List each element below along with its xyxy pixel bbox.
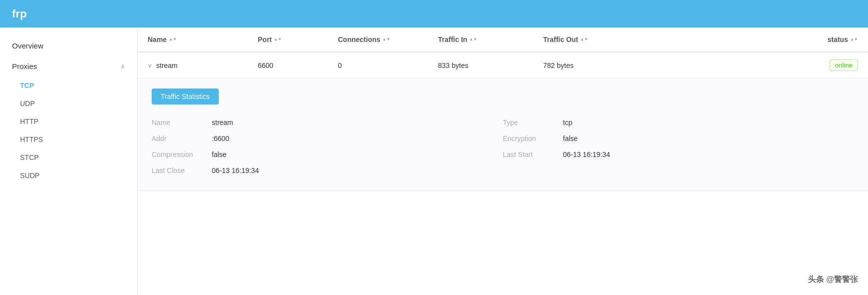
sidebar-item-http[interactable]: HTTP <box>0 112 137 130</box>
row-port-value: 6600 <box>258 62 273 70</box>
detail-row-encryption: Encryption false <box>503 130 854 146</box>
row-traffic-in-value: 833 bytes <box>438 62 469 70</box>
col-header-connections[interactable]: Connections ▲▼ <box>338 36 438 44</box>
row-traffic-in-cell: 833 bytes <box>438 62 543 70</box>
detail-value-last-close: 06-13 16:19:34 <box>212 166 259 174</box>
detail-row-last-start: Last Start 06-13 16:19:34 <box>503 146 854 162</box>
status-badge: online <box>829 60 858 71</box>
detail-panel: Traffic Statistics Name stream Addr :660… <box>138 78 868 191</box>
traffic-statistics-button[interactable]: Traffic Statistics <box>152 88 219 104</box>
row-traffic-out-value: 782 bytes <box>543 62 574 70</box>
sidebar-item-https[interactable]: HTTPS <box>0 130 137 148</box>
col-header-traffic-out[interactable]: Traffic Out ▲▼ <box>543 36 648 44</box>
sidebar: Overview Proxies ∧ TCP UDP HTTP HTTPS ST… <box>0 28 138 295</box>
sidebar-proxies-label: Proxies <box>12 62 37 70</box>
expand-icon[interactable]: ∨ <box>148 62 152 69</box>
detail-value-type: tcp <box>563 118 573 126</box>
col-header-status[interactable]: status ▲▼ <box>648 36 858 44</box>
row-status-cell: online <box>648 60 858 71</box>
detail-row-compression: Compression false <box>152 146 503 162</box>
detail-label-addr: Addr <box>152 134 212 142</box>
table-row: ∨ stream 6600 0 833 bytes 782 bytes onli… <box>138 52 868 78</box>
sidebar-item-sudp[interactable]: SUDP <box>0 166 137 184</box>
detail-row-name: Name stream <box>152 114 503 130</box>
row-name-cell: ∨ stream <box>148 62 258 70</box>
app-header: frp <box>0 0 868 28</box>
sort-icon-status: ▲▼ <box>850 38 858 42</box>
detail-row-addr: Addr :6600 <box>152 130 503 146</box>
sidebar-item-stcp[interactable]: STCP <box>0 148 137 166</box>
table-header-row: Name ▲▼ Port ▲▼ Connections ▲▼ <box>138 28 868 52</box>
detail-value-encryption: false <box>563 134 578 142</box>
sort-icon-connections: ▲▼ <box>382 38 390 42</box>
main-layout: Overview Proxies ∧ TCP UDP HTTP HTTPS ST… <box>0 28 868 295</box>
sidebar-proxies-header[interactable]: Proxies ∧ <box>0 56 137 76</box>
detail-label-last-start: Last Start <box>503 150 563 158</box>
sort-icon-traffic-out: ▲▼ <box>580 38 588 42</box>
detail-label-last-close: Last Close <box>152 166 212 174</box>
detail-label-type: Type <box>503 118 563 126</box>
sort-icon-name: ▲▼ <box>169 38 177 42</box>
sidebar-item-udp[interactable]: UDP <box>0 94 137 112</box>
detail-label-compression: Compression <box>152 150 212 158</box>
detail-left-col: Name stream Addr :6600 Compression false <box>152 114 503 178</box>
app-title: frp <box>12 8 27 20</box>
proxy-table: Name ▲▼ Port ▲▼ Connections ▲▼ <box>138 28 868 191</box>
detail-row-last-close: Last Close 06-13 16:19:34 <box>152 162 503 178</box>
detail-value-compression: false <box>212 150 227 158</box>
sidebar-item-overview[interactable]: Overview <box>0 36 137 56</box>
chevron-up-icon: ∧ <box>121 63 125 70</box>
sort-icon-traffic-in: ▲▼ <box>469 38 477 42</box>
col-header-port[interactable]: Port ▲▼ <box>258 36 338 44</box>
detail-value-addr: :6600 <box>212 134 229 142</box>
detail-grid: Name stream Addr :6600 Compression false <box>152 114 854 178</box>
detail-row-type: Type tcp <box>503 114 854 130</box>
detail-label-encryption: Encryption <box>503 134 563 142</box>
row-name-value: stream <box>156 62 178 70</box>
col-header-traffic-in[interactable]: Traffic In ▲▼ <box>438 36 543 44</box>
sidebar-items-list: TCP UDP HTTP HTTPS STCP SUDP <box>0 76 137 184</box>
row-port-cell: 6600 <box>258 62 338 70</box>
detail-value-name: stream <box>212 118 233 126</box>
detail-right-col: Type tcp Encryption false Last Start 06-… <box>503 114 854 178</box>
sidebar-item-tcp[interactable]: TCP <box>0 76 137 94</box>
detail-value-last-start: 06-13 16:19:34 <box>563 150 610 158</box>
detail-label-name: Name <box>152 118 212 126</box>
row-connections-value: 0 <box>338 62 342 70</box>
row-traffic-out-cell: 782 bytes <box>543 62 648 70</box>
row-connections-cell: 0 <box>338 62 438 70</box>
main-content: Name ▲▼ Port ▲▼ Connections ▲▼ <box>138 28 868 295</box>
sort-icon-port: ▲▼ <box>274 38 282 42</box>
col-header-name[interactable]: Name ▲▼ <box>148 36 258 44</box>
